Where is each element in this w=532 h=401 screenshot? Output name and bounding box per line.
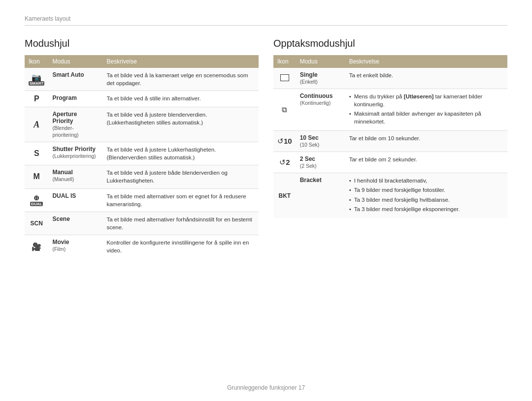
opptaksmodushjul-title: Opptaksmodushjul [273,38,507,49]
page-footer: Grunnleggende funksjoner 17 [227,384,305,391]
aperture-icon: A [33,120,39,129]
modushjul-section: Modushjul Ikon Modus Beskrivelse 📷SMARTS… [25,38,259,258]
col-beskrivelse-left: Beskrivelse [102,55,259,68]
shutter-icon: S [34,149,39,157]
modushjul-table: Ikon Modus Beskrivelse 📷SMARTSmart AutoT… [25,55,259,258]
col-modus-left: Modus [48,55,102,68]
table-row: SCNSceneTa et bilde med alternativer for… [25,212,259,235]
table-row: ↺22 Sec(2 Sek)Tar et bilde om 2 sekunder… [273,152,507,173]
description-cell: Ta et bilde ved å justere både blenderve… [102,165,259,188]
description-cell: Ta et bilde med alternativer forhåndsinn… [102,212,259,235]
description-cell: Ta et bilde ved å stille inn alternative… [102,91,259,107]
modus-sub: (Film) [52,246,66,252]
col-ikon-right: Ikon [273,55,296,68]
col-modus-right: Modus [296,55,345,68]
modus-sub: (Lukkerprioritering) [52,153,96,159]
breadcrumb: Kameraets layout [25,15,70,22]
list-item: Maksimalt antall bilder avhenger av kapa… [349,110,503,125]
modus-sub: (Manuell) [52,176,74,182]
table-row: ⊕DUALDUAL ISTa et bilde med alternativer… [25,188,259,212]
table-row: 🎥Movie(Film)Kontroller de konfigurerte i… [25,235,259,258]
single-icon [280,76,289,83]
description-cell: Ta et bilde med alternativer som er egne… [102,188,259,212]
modus-sub: (10 Sek) [300,142,320,148]
modus-main: Single [300,71,318,78]
description-cell: Mens du trykker på [Utløseren] tar kamer… [345,89,507,131]
col-beskrivelse-right: Beskrivelse [345,55,507,68]
modus-sub: (Kontinuerlig) [300,100,331,106]
opptaksmodushjul-section: Opptaksmodushjul Ikon Modus Beskrivelse … [273,38,507,258]
description-cell: Ta et enkelt bilde. [345,68,507,89]
list-item: Ta 3 bilder med forskjellig hvitbalanse. [349,196,503,204]
table-row: 📷SMARTSmart AutoTa et bilde ved å la kam… [25,68,259,91]
timer2-icon: ↺2 [279,158,290,166]
modus-main: 2 Sec [300,155,315,162]
modus-main: Manual [52,169,72,176]
modus-main: Smart Auto [52,71,84,78]
bracket-icon: BKT [279,192,291,199]
opptaksmodushjul-table: Ikon Modus Beskrivelse Single(Enkelt)Ta … [273,55,507,218]
modus-main: Continuous [300,93,333,99]
list-item: I henhold til bracketalternativ, [349,177,503,185]
modus-main: Program [52,94,76,101]
description-cell: Ta et bilde ved å la kameraet velge en s… [102,68,259,91]
description-cell: Ta et bilde ved å justere Lukkerhastighe… [102,142,259,165]
table-row: Single(Enkelt)Ta et enkelt bilde. [273,68,507,89]
modus-main: Aperture Priority [52,111,77,124]
modus-main: DUAL IS [52,192,76,199]
manual-icon: M [33,172,40,181]
program-icon: P [34,94,39,103]
smart-auto-icon: 📷SMART [29,73,44,86]
modushjul-title: Modushjul [25,38,259,49]
modus-sub: (Enkelt) [300,79,318,85]
dual-is-icon: ⊕DUAL [30,194,43,206]
modus-sub: (Blender-prioritering) [52,125,78,138]
description-cell: Ta et bilde ved å justere blenderverdien… [102,107,259,142]
description-cell: Tar et bilde om 10 sekunder. [345,131,507,152]
table-row: PProgramTa et bilde ved å stille inn alt… [25,91,259,107]
continuous-icon: ⧉ [282,105,287,114]
modus-sub: (2 Sek) [300,163,317,169]
list-item: Ta 9 bilder med forskjellige fotostiler. [349,186,503,194]
movie-icon: 🎥 [32,243,41,251]
table-row: ↺1010 Sec(10 Sek)Tar et bilde om 10 seku… [273,131,507,152]
modus-main: Shutter Priority [52,146,95,153]
modus-main: Movie [52,239,69,246]
list-item: Ta 3 bilder med forskjellige eksponering… [349,205,503,213]
description-cell: Kontroller de konfigurerte innstillingen… [102,235,259,258]
scene-icon: SCN [31,220,43,227]
table-row: MManual(Manuell)Ta et bilde ved å juster… [25,165,259,188]
table-row: SShutter Priority(Lukkerprioritering)Ta … [25,142,259,165]
col-ikon-left: Ikon [25,55,48,68]
modus-main: 10 Sec [300,134,319,141]
table-row: ⧉Continuous(Kontinuerlig)Mens du trykker… [273,89,507,131]
modus-main: Bracket [300,177,322,184]
description-cell: Tar et bilde om 2 sekunder. [345,152,507,173]
timer10-icon: ↺10 [277,137,292,145]
table-row: BKTBracketI henhold til bracketalternati… [273,173,507,218]
description-cell: I henhold til bracketalternativ,Ta 9 bil… [345,173,507,218]
list-item: Mens du trykker på [Utløseren] tar kamer… [349,93,503,108]
modus-main: Scene [52,216,69,222]
table-row: AAperture Priority(Blender-prioritering)… [25,107,259,142]
